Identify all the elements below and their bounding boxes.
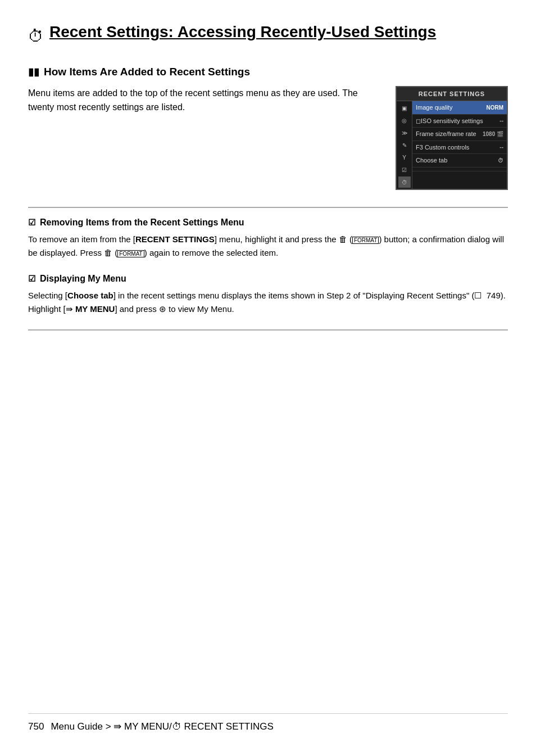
camera-icon-7: ⏱ bbox=[398, 176, 411, 188]
section1-heading: ▮▮ How Items Are Added to Recent Setting… bbox=[28, 64, 508, 80]
my-menu-bold: MY MENU bbox=[75, 304, 115, 314]
section3-heading: ☑ Displaying My Menu bbox=[28, 272, 508, 286]
section2-heading-text: Removing Items from the Recent Settings … bbox=[40, 216, 244, 229]
section3-block: ☑ Displaying My Menu Selecting [Choose t… bbox=[28, 272, 508, 316]
page-title-block: ⏱ Recent Settings: Accessing Recently-Us… bbox=[28, 22, 508, 48]
camera-menu-row-5: Choose tab ⏱ bbox=[412, 154, 507, 168]
camera-icon-column: ▣ ◎ ≫ ✎ Y ☑ ⏱ bbox=[397, 101, 412, 189]
divider-1 bbox=[28, 207, 508, 208]
section3-icon: ☑ bbox=[28, 273, 35, 286]
page-footer: 750 Menu Guide > ⇛ MY MENU/⏱ RECENT SETT… bbox=[28, 713, 508, 734]
camera-menu-row-6 bbox=[412, 168, 507, 171]
footer-text: Menu Guide > ⇛ MY MENU/⏱ RECENT SETTINGS bbox=[51, 719, 273, 734]
camera-row-value-4: -- bbox=[499, 143, 503, 151]
section1-heading-text: How Items Are Added to Recent Settings bbox=[44, 64, 250, 80]
camera-row-value-5: ⏱ bbox=[498, 156, 503, 165]
page-title: Recent Settings: Accessing Recently-Used… bbox=[49, 22, 436, 42]
camera-screen-mockup: RECENT SETTINGS ▣ ◎ ≫ ✎ Y ☑ ⏱ Image qual… bbox=[396, 86, 508, 191]
section1-body: Menu items are added to the top of the r… bbox=[28, 86, 382, 115]
camera-row-label-4: F3 Custom controls bbox=[416, 143, 469, 152]
camera-menu-row-4: F3 Custom controls -- bbox=[412, 141, 507, 155]
camera-row-value-2: -- bbox=[499, 116, 503, 125]
camera-row-label-3: Frame size/frame rate bbox=[416, 129, 476, 139]
section2-block: ☑ Removing Items from the Recent Setting… bbox=[28, 216, 508, 260]
camera-icon-2: ◎ bbox=[398, 115, 411, 126]
camera-menu-row-3: Frame size/frame rate 1080 🎬 bbox=[412, 128, 507, 141]
camera-icon-4: ✎ bbox=[398, 139, 411, 151]
camera-icon-5: Y bbox=[398, 152, 411, 163]
recent-settings-bold: RECENT SETTINGS bbox=[135, 234, 215, 244]
recent-settings-icon: ⏱ bbox=[28, 25, 44, 48]
choose-tab-bold: Choose tab bbox=[67, 291, 113, 300]
footer-page-number: 750 bbox=[28, 719, 44, 734]
divider-2 bbox=[28, 329, 508, 331]
format-badge-2: FORMAT bbox=[117, 250, 144, 257]
camera-row-label-5: Choose tab bbox=[416, 156, 447, 165]
section1-icon: ▮▮ bbox=[28, 65, 39, 80]
camera-icon-1: ▣ bbox=[398, 102, 411, 114]
section2-icon: ☑ bbox=[28, 216, 35, 229]
camera-screen-body: ▣ ◎ ≫ ✎ Y ☑ ⏱ Image quality NORM ◻ISO se… bbox=[397, 101, 507, 189]
section3-heading-text: Displaying My Menu bbox=[40, 272, 126, 286]
camera-row-label-1: Image quality bbox=[416, 103, 452, 112]
camera-menu-row-1: Image quality NORM bbox=[412, 101, 507, 115]
camera-menu-row-2: ◻ISO sensitivity settings -- bbox=[412, 115, 507, 128]
camera-row-label-2: ◻ISO sensitivity settings bbox=[416, 116, 483, 126]
format-badge-1: FORMAT bbox=[352, 237, 379, 244]
camera-screen-header: RECENT SETTINGS bbox=[397, 87, 507, 102]
section3-body: Selecting [Choose tab] in the recent set… bbox=[28, 289, 508, 316]
camera-menu-list: Image quality NORM ◻ISO sensitivity sett… bbox=[412, 101, 507, 189]
section2-body: To remove an item from the [RECENT SETTI… bbox=[28, 233, 508, 260]
camera-row-value-1: NORM bbox=[486, 103, 503, 112]
section2-heading: ☑ Removing Items from the Recent Setting… bbox=[28, 216, 508, 229]
camera-icon-6: ☑ bbox=[398, 164, 411, 175]
camera-icon-3: ≫ bbox=[398, 127, 411, 138]
camera-row-value-3: 1080 🎬 bbox=[483, 130, 503, 138]
section1-content: Menu items are added to the top of the r… bbox=[28, 86, 508, 191]
